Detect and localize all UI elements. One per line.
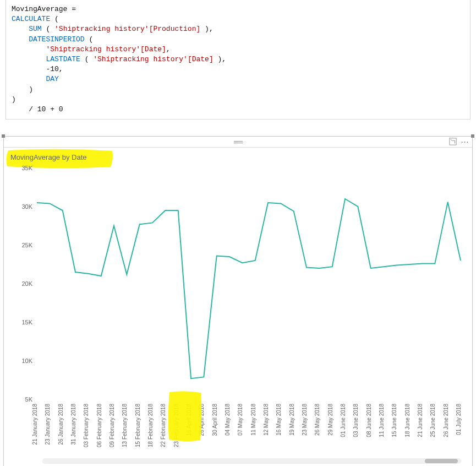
svg-text:35K: 35K [21, 165, 32, 171]
line-chart-svg: 5K10K15K20K25K30K35K21 January 201823 Ja… [9, 162, 466, 457]
svg-text:08 June 2018: 08 June 2018 [366, 404, 372, 437]
formula-token: MovingAverage [12, 5, 67, 13]
svg-text:22 February 2018: 22 February 2018 [160, 404, 166, 447]
formula-token: ), [200, 25, 213, 33]
svg-text:26 May 2018: 26 May 2018 [314, 404, 320, 436]
svg-text:23 February 2018: 23 February 2018 [173, 404, 179, 447]
formula-token: 'Shiptracking history'[Production] [54, 25, 200, 33]
visual-body: MovingAverage by Date 5K10K15K20K25K30K3… [4, 148, 472, 466]
svg-text:03 June 2018: 03 June 2018 [353, 404, 359, 437]
svg-text:11 June 2018: 11 June 2018 [379, 404, 385, 437]
svg-text:29 May 2018: 29 May 2018 [327, 404, 333, 436]
svg-text:06 February 2018: 06 February 2018 [96, 404, 102, 447]
svg-text:18 February 2018: 18 February 2018 [147, 404, 154, 447]
svg-text:31 January 2018: 31 January 2018 [70, 404, 76, 445]
more-options-icon[interactable]: ··· [461, 138, 469, 145]
horizontal-scrollbar[interactable] [42, 458, 461, 464]
formula-token: ) [29, 85, 33, 94]
svg-text:03 February 2018: 03 February 2018 [83, 404, 89, 447]
svg-text:30K: 30K [21, 203, 32, 210]
svg-text:30 April 2018: 30 April 2018 [212, 404, 218, 436]
svg-text:07 May 2018: 07 May 2018 [237, 404, 243, 436]
formula-token: LASTDATE [46, 55, 80, 63]
svg-text:18 June 2018: 18 June 2018 [404, 404, 411, 437]
formula-token: ) [12, 95, 16, 104]
svg-text:23 May 2018: 23 May 2018 [302, 404, 308, 436]
formula-token: 'Shiptracking history'[Date] [46, 45, 166, 53]
svg-text:19 May 2018: 19 May 2018 [289, 404, 295, 436]
chart-title: MovingAverage by Date [9, 151, 467, 162]
formula-token: = [67, 5, 80, 13]
svg-text:01 June 2018: 01 June 2018 [340, 404, 346, 437]
visual-header-actions: ··· [449, 138, 469, 145]
svg-text:26 June 2018: 26 June 2018 [443, 404, 449, 437]
svg-text:16 May 2018: 16 May 2018 [276, 404, 282, 436]
chart-visual-container[interactable]: ··· MovingAverage by Date 5K10K15K20K25K… [3, 136, 473, 466]
svg-text:10K: 10K [21, 357, 32, 364]
svg-text:23 January 2018: 23 January 2018 [45, 404, 51, 445]
formula-token: , [166, 45, 171, 53]
svg-text:15K: 15K [21, 319, 32, 326]
svg-text:20K: 20K [21, 280, 32, 287]
svg-text:09 February 2018: 09 February 2018 [109, 404, 115, 447]
formula-token: ( [80, 55, 93, 63]
formula-token: DATESINPERIOD [29, 35, 84, 44]
formula-token: ( [85, 35, 94, 44]
svg-text:26 January 2018: 26 January 2018 [58, 404, 64, 445]
svg-text:15 June 2018: 15 June 2018 [391, 404, 397, 437]
formula-token: DAY [46, 75, 58, 83]
focus-mode-icon[interactable] [449, 138, 457, 145]
svg-text:13 February 2018: 13 February 2018 [122, 404, 128, 447]
svg-text:26 April 2018: 26 April 2018 [199, 404, 205, 436]
formula-token: ( [42, 25, 54, 33]
svg-text:5K: 5K [25, 396, 33, 403]
scrollbar-thumb[interactable] [425, 459, 458, 463]
formula-token: SUM [29, 25, 41, 33]
formula-token: CALCULATE [12, 15, 50, 23]
svg-text:11 May 2018: 11 May 2018 [250, 404, 256, 436]
visual-header: ··· [4, 137, 472, 148]
formula-token: ( [50, 15, 59, 23]
formula-token: 'Shiptracking history'[Date] [93, 55, 213, 63]
svg-text:15 February 2018: 15 February 2018 [135, 404, 141, 447]
drag-grip-icon[interactable] [234, 140, 243, 144]
svg-text:16 April 2018: 16 April 2018 [186, 404, 192, 436]
formula-token: ), [214, 55, 226, 63]
svg-text:25K: 25K [21, 242, 32, 248]
svg-text:12 May 2018: 12 May 2018 [263, 404, 269, 436]
formula-token: -10, [46, 65, 63, 73]
chart-plot-area[interactable]: 5K10K15K20K25K30K35K21 January 201823 Ja… [9, 162, 467, 457]
dax-formula-editor[interactable]: MovingAverage = CALCULATE ( SUM ( 'Shipt… [6, 0, 470, 120]
svg-text:04 May 2018: 04 May 2018 [225, 404, 231, 436]
svg-text:21 January 2018: 21 January 2018 [32, 404, 38, 445]
svg-text:21 June 2018: 21 June 2018 [417, 404, 423, 437]
svg-text:25 June 2018: 25 June 2018 [430, 404, 436, 437]
formula-token: / 10 + 0 [29, 105, 63, 113]
svg-text:01 July 2018: 01 July 2018 [456, 404, 462, 435]
